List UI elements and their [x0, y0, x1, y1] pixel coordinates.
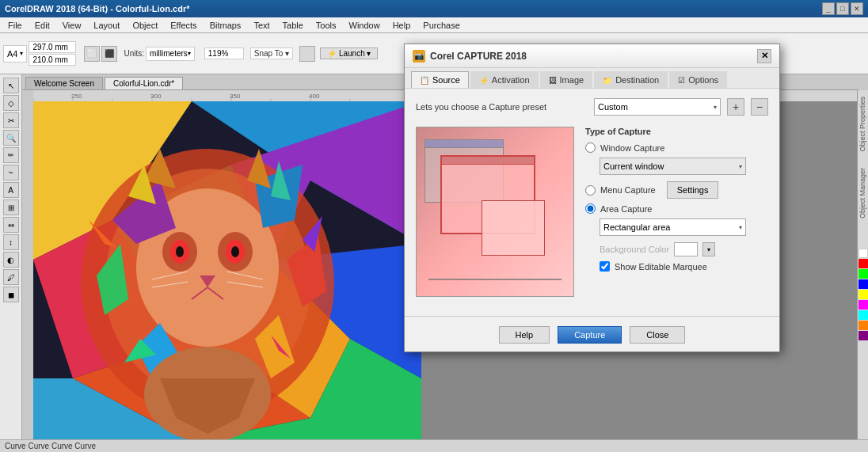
dialog-footer: Help Capture Close: [405, 316, 779, 351]
menu-window[interactable]: Window: [345, 19, 385, 32]
bg-color-swatch[interactable]: [674, 242, 698, 256]
svg-point-38: [176, 246, 184, 257]
close-dialog-button[interactable]: Close: [630, 326, 685, 344]
remove-preset-button[interactable]: −: [751, 98, 768, 116]
restore-button[interactable]: □: [836, 2, 849, 15]
menu-bitmaps[interactable]: Bitmaps: [205, 19, 246, 32]
window-capture-row: Window Capture: [585, 142, 768, 153]
tab-welcome[interactable]: Welcome Screen: [25, 77, 103, 89]
tool-panel: ↖ ◇ ✂ 🔍 ✏ ~ A ⊞ ⇔ ↕ ◐ 🖊 ◼: [0, 74, 22, 452]
table-tool[interactable]: ⊞: [3, 199, 19, 215]
image-tab-icon: 🖼: [549, 76, 557, 85]
settings-icon[interactable]: [299, 46, 315, 62]
color-cyan[interactable]: [858, 310, 868, 320]
menu-table[interactable]: Table: [278, 19, 308, 32]
menu-object[interactable]: Object: [128, 19, 162, 32]
tab-source[interactable]: 📋 Source: [411, 71, 469, 88]
connector-tool[interactable]: ↕: [3, 234, 19, 250]
color-magenta[interactable]: [858, 300, 868, 310]
launch-button[interactable]: ⚡ Launch ▾: [320, 47, 378, 59]
select-tool[interactable]: ↖: [3, 78, 19, 93]
color-green[interactable]: [858, 269, 868, 279]
close-button[interactable]: ✕: [851, 2, 863, 15]
color-red[interactable]: [858, 259, 868, 268]
help-button[interactable]: Help: [499, 326, 550, 344]
minimize-button[interactable]: _: [822, 2, 835, 15]
menu-edit[interactable]: Edit: [30, 19, 55, 32]
page-dimensions: 297.0 mm 210.0 mm: [29, 41, 76, 66]
menu-effects[interactable]: Effects: [166, 19, 201, 32]
area-type-arrow-icon: ▾: [739, 224, 742, 231]
app-title: CorelDRAW 2018 (64-Bit) - Colorful-Lion.…: [5, 4, 189, 13]
menu-capture-label[interactable]: Menu Capture: [600, 185, 656, 195]
preview-titlebar-2: [442, 157, 534, 165]
tool-buttons: ↖ ◇ ✂ 🔍 ✏ ~ A ⊞ ⇔ ↕ ◐ 🖊 ◼: [0, 74, 21, 306]
area-type-dropdown[interactable]: Rectangular area ▾: [600, 218, 746, 236]
show-marquee-checkbox[interactable]: [600, 261, 610, 272]
menu-capture-radio[interactable]: [585, 185, 596, 196]
color-yellow[interactable]: [858, 290, 868, 299]
eyedropper-tool[interactable]: 🖊: [3, 269, 19, 285]
text-tool[interactable]: A: [3, 182, 19, 198]
area-type-dropdown-row: Rectangular area ▾: [600, 218, 768, 236]
preset-dropdown[interactable]: Custom ▾: [594, 98, 721, 116]
smart-draw-tool[interactable]: ~: [3, 165, 19, 180]
capture-settings-panel: Type of Capture Window Capture Current w…: [585, 127, 768, 297]
freehand-tool[interactable]: ✏: [3, 147, 19, 163]
portrait-icon[interactable]: ⬜: [84, 46, 100, 62]
area-capture-label[interactable]: Area Capture: [600, 204, 652, 214]
fill-tool[interactable]: ◼: [3, 287, 19, 302]
svg-text:400: 400: [309, 93, 320, 100]
marquee-indicator: [428, 279, 562, 280]
window-capture-radio[interactable]: [585, 142, 596, 153]
tab-source-label: Source: [432, 75, 460, 85]
preview-titlebar-1: [425, 140, 503, 148]
tab-image[interactable]: 🖼 Image: [540, 71, 593, 88]
status-bar: Curve Curve Curve Curve: [0, 439, 868, 452]
area-capture-radio[interactable]: [585, 203, 596, 214]
dialog-close-button[interactable]: ✕: [757, 49, 771, 63]
capture-type-heading: Type of Capture: [585, 127, 768, 136]
snap-to-selector[interactable]: Snap To ▾: [250, 47, 293, 59]
add-preset-button[interactable]: +: [727, 98, 744, 116]
tab-destination[interactable]: 📁 Destination: [594, 71, 668, 88]
menu-capture-row: Menu Capture Settings: [585, 181, 768, 199]
menu-layout[interactable]: Layout: [89, 19, 124, 32]
menu-purchase[interactable]: Purchase: [418, 19, 464, 32]
menu-text[interactable]: Text: [249, 19, 274, 32]
window-type-dropdown[interactable]: Current window ▾: [600, 158, 746, 175]
menu-view[interactable]: View: [58, 19, 86, 32]
preview-content: [417, 127, 573, 296]
color-blue[interactable]: [858, 279, 868, 289]
tab-file[interactable]: Colorful-Lion.cdr*: [105, 77, 183, 89]
blend-tool[interactable]: ◐: [3, 252, 19, 268]
lion-artwork: [33, 101, 421, 439]
menu-file[interactable]: File: [3, 19, 27, 32]
zoom-field[interactable]: 119%: [204, 47, 244, 59]
window-capture-label[interactable]: Window Capture: [600, 143, 664, 153]
color-white[interactable]: [858, 249, 868, 258]
bg-color-dropdown-button[interactable]: ▾: [702, 242, 715, 256]
show-marquee-label[interactable]: Show Editable Marquee: [615, 262, 707, 272]
tab-options-label: Options: [688, 75, 718, 85]
window-controls: _ □ ✕: [822, 2, 863, 15]
tab-options[interactable]: ☑ Options: [669, 71, 727, 88]
dialog-tab-bar: 📋 Source ⚡ Activation 🖼 Image 📁 Destinat…: [405, 68, 779, 89]
width-field[interactable]: 297.0 mm: [29, 41, 76, 53]
menu-tools[interactable]: Tools: [311, 19, 341, 32]
menu-help[interactable]: Help: [388, 19, 416, 32]
capture-button[interactable]: Capture: [558, 326, 622, 344]
zoom-tool[interactable]: 🔍: [3, 130, 19, 146]
height-field[interactable]: 210.0 mm: [29, 54, 76, 66]
preset-arrow-icon: ▾: [714, 104, 717, 111]
landscape-icon[interactable]: ⬛: [101, 46, 117, 62]
document-selector[interactable]: A4 ▾: [3, 45, 27, 63]
units-selector[interactable]: millimeters ▾: [146, 47, 195, 61]
tab-activation[interactable]: ⚡ Activation: [470, 71, 539, 88]
parallel-dim-tool[interactable]: ⇔: [3, 217, 19, 233]
crop-tool[interactable]: ✂: [3, 112, 19, 128]
menu-settings-button[interactable]: Settings: [667, 181, 719, 199]
shape-tool[interactable]: ◇: [3, 95, 19, 111]
color-orange[interactable]: [858, 321, 868, 330]
color-purple[interactable]: [858, 331, 868, 340]
